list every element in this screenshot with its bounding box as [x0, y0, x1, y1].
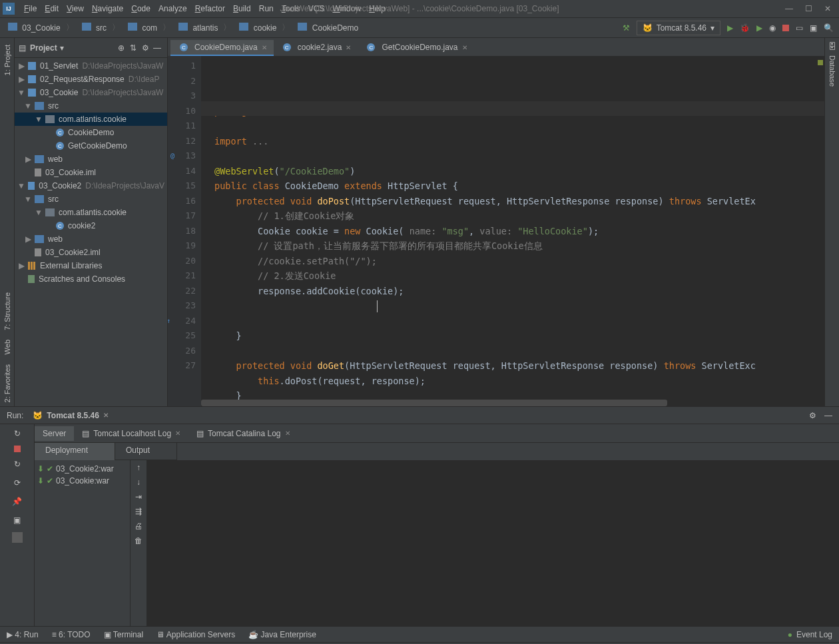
crumb-item[interactable]: atlantis — [176, 23, 218, 33]
close-icon[interactable]: ✕ — [103, 412, 109, 419]
chevron-down-icon[interactable]: ▾ — [60, 43, 64, 53]
coverage-icon[interactable]: ▶ — [756, 23, 762, 33]
editor-tab[interactable]: Ccookie2.java✕ — [274, 40, 358, 56]
expand-icon[interactable]: ⇅ — [127, 42, 139, 54]
gutter[interactable]: 123101112●↑ @1314151617181920212223●↑242… — [168, 56, 201, 406]
menu-file[interactable]: File — [20, 3, 41, 15]
tree-node[interactable]: ▼com.atlantis.cookie — [15, 113, 167, 126]
tree-node[interactable]: ▼src — [15, 192, 167, 206]
run-icon[interactable]: ▶ — [727, 23, 733, 33]
run-tab[interactable]: ▤ Tomcat Localhost Log ✕ — [74, 426, 188, 441]
tree-node[interactable]: 03_Cookie2.iml — [15, 246, 167, 259]
horizontal-scrollbar[interactable] — [201, 400, 667, 406]
dump-icon[interactable]: ▣ — [11, 513, 24, 527]
run-tab[interactable]: ▤ Tomcat Catalina Log ✕ — [188, 426, 298, 441]
deploy-icon[interactable]: ⇥ — [135, 492, 142, 501]
tree-node[interactable]: ▼com.atlantis.cookie — [15, 206, 167, 219]
up-icon[interactable]: ↑ — [137, 463, 140, 472]
artifact-item[interactable]: ⬇✔03_Cookie:war — [37, 475, 127, 487]
stop-icon[interactable] — [14, 446, 21, 452]
tree-node[interactable]: ▶web — [15, 153, 167, 166]
run-output[interactable] — [146, 460, 839, 626]
restart-icon[interactable]: ↻ — [11, 458, 24, 471]
warning-marker-icon[interactable] — [818, 60, 823, 65]
menu-view[interactable]: View — [63, 3, 88, 15]
breadcrumb[interactable]: 03_Cookie〉 src〉 com〉 atlantis〉 cookie〉 C… — [5, 22, 358, 33]
tree-node[interactable]: 03_Cookie.iml — [15, 166, 167, 179]
update-icon[interactable]: ⟳ — [11, 476, 24, 489]
javaee-tool-button[interactable]: ☕ Java Enterprise — [248, 630, 316, 639]
menu-analyze[interactable]: Analyze — [154, 3, 191, 15]
todo-tool-button[interactable]: ≡ 6: TODO — [52, 630, 91, 639]
search-icon[interactable]: 🔍 — [824, 23, 834, 33]
crumb-item[interactable]: src — [79, 23, 107, 33]
rerun-icon[interactable]: ↻ — [11, 427, 24, 440]
tree-node[interactable]: ▶External Libraries — [15, 259, 167, 272]
artifact-item[interactable]: ⬇✔03_Cookie2:war — [37, 463, 127, 475]
tree-node[interactable]: CGetCookieDemo — [15, 139, 167, 153]
hide-icon[interactable]: — — [151, 42, 163, 54]
class-icon: C — [180, 43, 188, 51]
tree-node[interactable]: ▼src — [15, 99, 167, 113]
crumb-item[interactable]: CookieDemo — [295, 23, 358, 33]
pin-icon[interactable]: 📌 — [11, 495, 24, 508]
menu-code[interactable]: Code — [127, 3, 154, 15]
menu-edit[interactable]: Edit — [41, 3, 63, 15]
locate-icon[interactable]: ⊕ — [115, 42, 127, 54]
profile-icon[interactable]: ◉ — [769, 23, 776, 33]
print-icon[interactable]: 🖨 — [135, 521, 142, 531]
layout-icon[interactable]: ▭ — [796, 23, 803, 33]
minimize-icon[interactable]: — — [785, 4, 793, 13]
menu-build[interactable]: Build — [229, 3, 255, 15]
project-tree[interactable]: ▶01_ServletD:\IdeaProjects\JavaW▶02_Requ… — [15, 58, 167, 287]
tree-node[interactable]: ▼03_CookieD:\IdeaProjects\JavaW — [15, 86, 167, 99]
project-tool-button[interactable]: 1: Project — [3, 41, 11, 79]
terminal-tool-button[interactable]: ▣ Terminal — [104, 630, 143, 639]
delete-icon[interactable]: 🗑 — [135, 536, 142, 545]
run-tab[interactable]: Server — [35, 426, 74, 441]
tree-node[interactable]: ▼03_Cookie2D:\IdeaProjects\JavaV — [15, 179, 167, 192]
web-tool-button[interactable]: Web — [3, 336, 11, 358]
stop-icon[interactable] — [782, 25, 789, 31]
gear-icon[interactable]: ⚙ — [809, 411, 816, 420]
crumb-item[interactable]: com — [125, 23, 157, 33]
appservers-tool-button[interactable]: 🖥 Application Servers — [156, 630, 235, 639]
favorites-tool-button[interactable]: 2: Favorites — [3, 360, 11, 406]
tomcat-icon: 🐱 — [643, 23, 653, 33]
menu-run[interactable]: Run — [255, 3, 278, 15]
editor-tab[interactable]: CCookieDemo.java✕ — [170, 40, 274, 56]
deploy-all-icon[interactable]: ⇶ — [135, 507, 142, 516]
menu-refactor[interactable]: Refactor — [191, 3, 229, 15]
close-icon[interactable]: ✕ — [262, 44, 267, 51]
maximize-icon[interactable]: ☐ — [805, 4, 812, 13]
tree-node[interactable]: Scratches and Consoles — [15, 272, 167, 286]
run-config-selector[interactable]: 🐱 Tomcat 8.5.46 ▾ — [637, 21, 720, 35]
run-tool-button[interactable]: ▶ 4: Run — [7, 630, 39, 639]
run-subtab[interactable]: Output — [115, 443, 177, 460]
close-icon[interactable]: ✕ — [824, 4, 831, 13]
debug-icon[interactable]: 🐞 — [740, 23, 750, 33]
tree-node[interactable]: ▶01_ServletD:\IdeaProjects\JavaW — [15, 59, 167, 73]
crumb-item[interactable]: cookie — [236, 23, 276, 33]
artifact-icon[interactable] — [12, 532, 23, 543]
database-tool-button[interactable]: Database — [828, 51, 836, 91]
tree-node[interactable]: Ccookie2 — [15, 219, 167, 232]
down-icon[interactable]: ↓ — [137, 478, 140, 487]
deployment-tree[interactable]: ⬇✔03_Cookie2:war ⬇✔03_Cookie:war — [35, 460, 131, 626]
close-icon[interactable]: ✕ — [462, 44, 467, 51]
hide-icon[interactable]: — — [824, 411, 832, 420]
run-subtab[interactable]: Deployment — [35, 443, 115, 460]
close-icon[interactable]: ✕ — [346, 44, 351, 51]
code-editor[interactable]: package com.atlantis.cookie; import ... … — [201, 56, 824, 406]
crumb-item[interactable]: 03_Cookie — [5, 23, 61, 33]
menu-navigate[interactable]: Navigate — [88, 3, 127, 15]
tree-node[interactable]: ▶web — [15, 232, 167, 246]
layout2-icon[interactable]: ▣ — [810, 23, 817, 33]
structure-tool-button[interactable]: 7: Structure — [3, 288, 11, 334]
gear-icon[interactable]: ⚙ — [139, 42, 151, 54]
tree-node[interactable]: CCookieDemo — [15, 126, 167, 139]
event-log-button[interactable]: Event Log — [796, 630, 832, 639]
editor-tab[interactable]: CGetCookieDemo.java✕ — [358, 40, 473, 56]
build-icon[interactable]: ⚒ — [623, 23, 630, 33]
tree-node[interactable]: ▶02_Request&ResponseD:\IdeaP — [15, 73, 167, 86]
